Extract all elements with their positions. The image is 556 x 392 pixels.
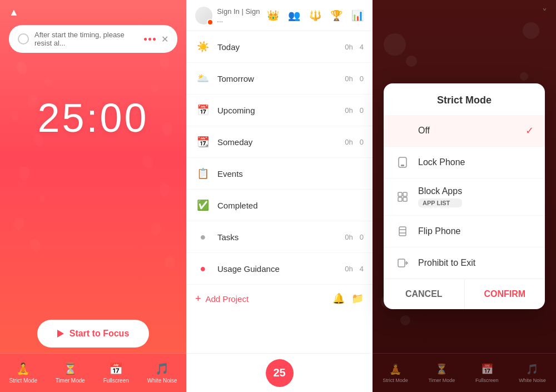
usage-icon: ●	[195, 261, 211, 276]
project-name: Usage Guidance	[217, 264, 345, 274]
project-stats: 0h 0	[345, 138, 364, 146]
project-name: Tomorrow	[217, 74, 345, 83]
crown-icon[interactable]: 👑	[267, 9, 279, 22]
project-name: Today	[217, 42, 345, 52]
list-item[interactable]: 📅 Upcoming 0h 0	[186, 95, 373, 126]
rtab-strict-mode[interactable]: 🧘 Strict Mode	[383, 363, 408, 383]
user-area[interactable]: Sign In | Sign ...	[195, 7, 267, 24]
white-noise-icon: 🎵	[155, 362, 169, 375]
middle-header: Sign In | Sign ... 👑 👥 🔱 🏆 📊	[186, 0, 373, 31]
strict-mode-modal: Strict Mode Off ✓ Lock Phone	[384, 83, 545, 309]
list-item[interactable]: ☀️ Today 0h 4	[186, 31, 373, 63]
svg-rect-2	[398, 192, 402, 196]
add-project-row[interactable]: + Add Project 🔔 📁	[186, 285, 373, 312]
header-icons: 👑 👥 🔱 🏆 📊	[267, 9, 364, 22]
option-off-label: Off	[418, 126, 525, 136]
right-bottom-tabs: 🧘 Strict Mode ⏳ Timer Mode 📅 Fullscreen …	[373, 353, 556, 392]
chart-icon[interactable]: 📊	[351, 9, 364, 22]
project-count: 0	[360, 106, 364, 115]
people-icon[interactable]: 👥	[288, 9, 300, 22]
option-lock-phone[interactable]: Lock Phone	[384, 147, 545, 178]
tab-timer-mode[interactable]: ⏳ Timer Mode	[56, 362, 85, 384]
rtab-fullscreen[interactable]: 📅 Fullscreen	[475, 363, 499, 383]
project-list: ☀️ Today 0h 4 🌥️ Tomorrow 0h 0 📅 Upcomin…	[186, 31, 373, 353]
trophy-icon[interactable]: 🏆	[330, 9, 342, 22]
r-strict-mode-icon: 🧘	[389, 363, 401, 375]
fullscreen-label: Fullscreen	[103, 378, 129, 384]
off-icon	[395, 123, 410, 138]
left-panel: ▲ After start the timing, please resist …	[0, 0, 186, 392]
events-icon: 📋	[195, 166, 211, 181]
timer-circle-icon	[18, 33, 29, 44]
list-item[interactable]: ● Tasks 0h 0	[186, 221, 373, 253]
rtab-white-noise[interactable]: 🎵 White Noise	[519, 363, 546, 383]
r-strict-mode-label: Strict Mode	[383, 378, 408, 383]
block-apps-icon	[395, 189, 410, 205]
project-hours: 0h	[345, 138, 353, 146]
rtab-timer-mode[interactable]: ⏳ Timer Mode	[429, 363, 455, 383]
option-flip-phone[interactable]: Flip Phone	[384, 216, 545, 247]
folder-icon[interactable]: 📁	[351, 292, 364, 305]
modal-title: Strict Mode	[384, 83, 545, 115]
confirm-button[interactable]: CONFIRM	[465, 279, 545, 309]
check-icon: ✓	[525, 125, 534, 137]
block-apps-content: Block Apps APP LIST	[418, 186, 462, 207]
right-panel: ˅ Strict Mode Off ✓ Lock Phone	[373, 0, 556, 392]
bell-icon[interactable]: 🔔	[332, 292, 345, 305]
start-focus-button[interactable]: Start to Focus	[37, 320, 150, 348]
start-focus-label: Start to Focus	[70, 329, 130, 339]
svg-rect-5	[403, 197, 407, 201]
svg-rect-3	[403, 192, 407, 196]
add-project-label: Add Project	[206, 294, 332, 304]
strict-mode-icon: 🧘	[16, 362, 30, 375]
r-white-noise-label: White Noise	[519, 378, 546, 383]
dot-2	[148, 38, 151, 41]
today-icon: ☀️	[195, 39, 211, 54]
project-stats: 0h 4	[345, 43, 364, 51]
r-white-noise-icon: 🎵	[526, 363, 538, 375]
someday-icon: 📆	[195, 134, 211, 150]
fork-icon[interactable]: 🔱	[309, 9, 321, 22]
modal-overlay: Strict Mode Off ✓ Lock Phone	[373, 0, 556, 392]
avatar-badge	[207, 19, 214, 26]
list-item[interactable]: ● Usage Guidance 0h 4	[186, 253, 373, 285]
tab-fullscreen[interactable]: 📅 Fullscreen	[103, 362, 129, 384]
project-stats: 0h 0	[345, 75, 364, 83]
search-bar[interactable]: After start the timing, please resist al…	[9, 25, 177, 53]
tab-strict-mode[interactable]: 🧘 Strict Mode	[9, 362, 37, 384]
option-block-apps[interactable]: Block Apps APP LIST	[384, 178, 545, 216]
project-hours: 0h	[345, 265, 353, 273]
project-name: Upcoming	[217, 106, 345, 115]
option-flip-phone-label: Flip Phone	[418, 226, 534, 236]
middle-panel: Sign In | Sign ... 👑 👥 🔱 🏆 📊 ☀️ Today 0h…	[186, 0, 373, 392]
option-prohibit-exit[interactable]: Prohibit to Exit	[384, 247, 545, 279]
tab-white-noise[interactable]: 🎵 White Noise	[147, 362, 177, 384]
project-hours: 0h	[345, 233, 353, 241]
middle-footer: 25	[186, 353, 373, 392]
dot-3	[153, 38, 156, 41]
fullscreen-icon: 📅	[109, 362, 123, 375]
r-fullscreen-icon: 📅	[481, 363, 493, 375]
close-icon[interactable]: ✕	[161, 34, 168, 44]
chevron-up-icon[interactable]: ▲	[9, 7, 19, 18]
r-timer-mode-icon: ⏳	[435, 363, 448, 375]
option-off[interactable]: Off ✓	[384, 115, 545, 147]
list-item[interactable]: 📆 Someday 0h 0	[186, 126, 373, 158]
project-count: 0	[360, 138, 364, 146]
search-hint-text: After start the timing, please resist al…	[34, 31, 138, 47]
add-icon: +	[195, 293, 201, 305]
tasks-icon: ●	[195, 229, 211, 245]
rating-dots	[144, 38, 156, 41]
add-actions: 🔔 📁	[332, 292, 364, 305]
list-item[interactable]: 🌥️ Tomorrow 0h 0	[186, 63, 373, 95]
r-fullscreen-label: Fullscreen	[475, 378, 499, 383]
dot-1	[144, 38, 147, 41]
list-item[interactable]: 📋 Events	[186, 158, 373, 190]
cancel-button[interactable]: CANCEL	[384, 279, 465, 309]
app-list-badge[interactable]: APP LIST	[418, 199, 462, 207]
list-item[interactable]: ✅ Completed	[186, 190, 373, 221]
modal-buttons: CANCEL CONFIRM	[384, 279, 545, 309]
r-timer-mode-label: Timer Mode	[429, 378, 455, 383]
project-name: Completed	[217, 201, 364, 210]
white-noise-label: White Noise	[147, 378, 177, 384]
